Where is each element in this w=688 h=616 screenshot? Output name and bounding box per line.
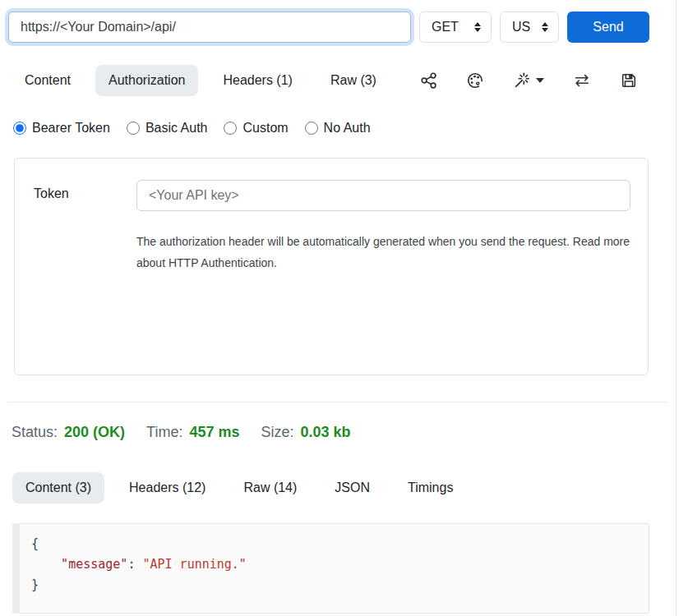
auth-option-custom[interactable]: Custom (224, 121, 288, 136)
url-input[interactable] (8, 11, 411, 43)
custom-auth-radio[interactable] (224, 122, 237, 135)
time-label: Time: (146, 424, 182, 441)
palette-icon[interactable] (466, 71, 484, 90)
updown-arrows-icon (542, 22, 548, 32)
save-icon[interactable] (620, 71, 638, 90)
auth-option-bearer-token[interactable]: Bearer Token (13, 121, 110, 136)
json-line: { (31, 534, 649, 554)
auth-option-label: Custom (242, 121, 288, 136)
resp-tab-content[interactable]: Content (3) (12, 472, 104, 503)
auth-options: Bearer Token Basic Auth Custom No Auth (13, 121, 676, 136)
token-help-line2: about HTTP Authentication. (136, 252, 630, 274)
status-value: 200 (OK) (64, 424, 125, 441)
time-stat: Time: 457 ms (146, 424, 239, 441)
json-key: "message" (61, 557, 127, 572)
basic-auth-radio[interactable] (127, 122, 140, 135)
json-close-brace: } (31, 577, 39, 592)
region-select-value: US (512, 20, 530, 34)
token-help-text: The authorization header will be automat… (136, 231, 630, 274)
auth-option-basic-auth[interactable]: Basic Auth (127, 121, 208, 136)
auth-option-label: Bearer Token (32, 121, 110, 136)
size-stat: Size: 0.03 kb (261, 424, 350, 441)
json-open-brace: { (31, 536, 39, 551)
json-line: } (31, 575, 649, 595)
token-input[interactable] (136, 180, 630, 211)
bearer-token-panel: Token The authorization header will be a… (14, 158, 649, 375)
json-string-value: "API running." (142, 557, 246, 572)
response-tabs: Content (3) Headers (12) Raw (14) JSON T… (12, 472, 676, 503)
response-body[interactable]: { "message": "API running." } (12, 523, 649, 614)
send-button[interactable]: Send (567, 11, 649, 43)
api-client-page: GET US Send Content Authorization Header… (0, 0, 676, 616)
status-stat: Status: 200 (OK) (12, 424, 125, 441)
request-bar: GET US Send (0, 0, 676, 43)
resp-tab-timings[interactable]: Timings (395, 472, 466, 503)
share-icon[interactable] (420, 71, 438, 90)
tab-raw[interactable]: Raw (3) (317, 65, 390, 96)
token-label: Token (34, 180, 136, 211)
json-line: "message": "API running." (31, 554, 649, 575)
request-toolbar (420, 71, 638, 90)
size-value: 0.03 kb (301, 424, 351, 441)
resp-tab-json[interactable]: JSON (321, 472, 383, 503)
request-tabs: Content Authorization Headers (1) Raw (3… (12, 65, 676, 96)
auth-option-label: No Auth (324, 121, 371, 136)
auth-option-no-auth[interactable]: No Auth (305, 121, 371, 136)
section-divider (8, 402, 667, 402)
status-label: Status: (12, 424, 58, 441)
no-auth-radio[interactable] (305, 122, 318, 135)
resp-tab-raw[interactable]: Raw (14) (230, 472, 310, 503)
auth-option-label: Basic Auth (145, 121, 208, 136)
time-value: 457 ms (189, 424, 239, 441)
swap-arrows-icon[interactable] (572, 71, 592, 90)
bearer-token-radio[interactable] (13, 122, 26, 135)
updown-arrows-icon (474, 22, 481, 32)
token-row: Token (34, 180, 630, 211)
response-status-row: Status: 200 (OK) Time: 457 ms Size: 0.03… (12, 424, 676, 441)
method-select[interactable]: GET (419, 11, 492, 43)
size-label: Size: (261, 424, 293, 441)
resp-tab-headers[interactable]: Headers (12) (116, 472, 219, 503)
tab-headers[interactable]: Headers (1) (210, 65, 305, 96)
dropdown-caret-icon (536, 78, 544, 83)
tab-content[interactable]: Content (12, 65, 84, 96)
region-select[interactable]: US (500, 11, 559, 43)
magic-wand-icon[interactable] (512, 71, 544, 90)
json-separator: : (127, 557, 142, 572)
method-select-value: GET (432, 20, 459, 34)
token-help-line1: The authorization header will be automat… (136, 231, 630, 252)
tab-authorization[interactable]: Authorization (95, 65, 198, 96)
